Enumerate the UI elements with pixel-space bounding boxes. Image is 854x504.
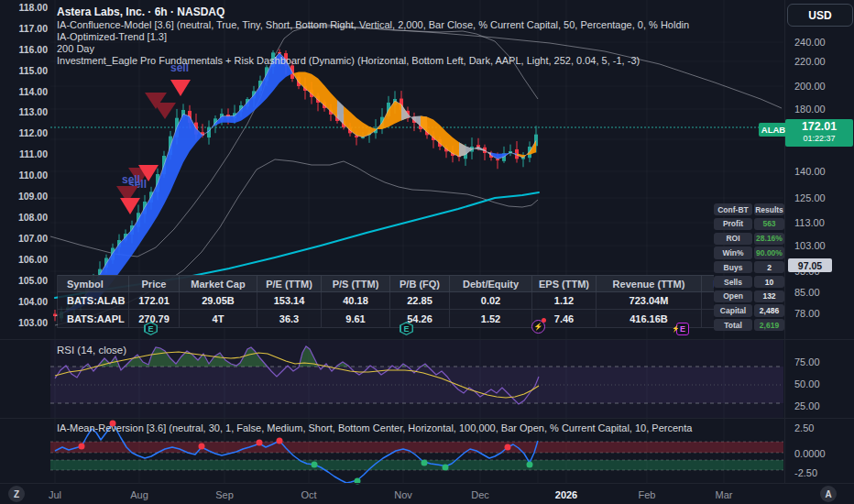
stats-label: Total (714, 319, 752, 331)
stats-row: Profit563 (714, 218, 784, 230)
tradingview-chart-window: sellsellsell Astera Labs, Inc. · 6h · NA… (0, 0, 854, 504)
time-axis[interactable]: JulAugSepOctNovDec2026FebMar (0, 483, 854, 504)
earnings-alt-icon[interactable]: E⚡ (676, 323, 689, 335)
table-cell: 40.18 (322, 292, 390, 310)
bar-countdown: 01:22:37 (785, 134, 853, 143)
flash-event-icon[interactable]: ⚡ (531, 320, 545, 334)
left-axis-tick: 114.00 (4, 86, 48, 97)
table-cell: 172.01 (129, 292, 180, 310)
table-cell: Revenue (TTM) (597, 275, 702, 292)
right-axis-tick: 2.50 (794, 422, 814, 433)
stats-value: 28.16% (754, 233, 784, 245)
right-axis-tick: 25.00 (794, 400, 820, 411)
table-cell: 153.14 (257, 292, 322, 310)
time-axis-tick: 2026 (555, 489, 577, 500)
mean-reversion-indicator-label[interactable]: IA-Mean-Reversion [3.6] (neutral, 30, 1,… (57, 422, 781, 433)
table-cell: Symbol (58, 275, 129, 292)
indicator-legend-line-0[interactable]: IA-Confluence-Model [3.6] (neutral, True… (57, 19, 785, 31)
stats-row: Sells10 (714, 276, 784, 288)
stats-value: 10 (754, 276, 784, 288)
right-price-axis[interactable]: 240.00220.00200.00180.00160.00140.00125.… (784, 0, 854, 483)
rsi-pane[interactable] (50, 340, 783, 418)
left-axis-tick: 104.00 (4, 296, 48, 307)
stats-value: 90.00% (754, 247, 784, 258)
table-cell (702, 310, 714, 328)
table-cell: BATS:ALAB (58, 292, 129, 310)
indicator-legend-line-3[interactable]: Investment_Eagle Pro Fundamentals + Risk… (57, 55, 785, 67)
table-cell: P/E (TTM) (257, 275, 322, 292)
stats-row: Total2,619 (714, 319, 784, 331)
stats-label: Buys (714, 261, 752, 273)
stats-label: Open (714, 290, 752, 302)
stats-value: 563 (754, 218, 784, 230)
table-cell: Ne (702, 275, 714, 292)
left-axis-tick: 108.00 (4, 212, 48, 223)
symbol-title[interactable]: Astera Labs, Inc. · 6h · NASDAQ (57, 5, 785, 19)
table-cell: EPS (TTM) (532, 275, 597, 292)
indicator-legend-lines: IA-Confluence-Model [3.6] (neutral, True… (57, 19, 785, 67)
time-axis-tick: Dec (471, 489, 489, 500)
right-axis-tick: 0.0000 (794, 448, 826, 459)
timezone-button[interactable]: Z (8, 486, 25, 502)
currency-toggle-button[interactable]: USD (787, 4, 853, 27)
right-axis-tick: 50.00 (794, 378, 820, 389)
stats-value: 2,619 (754, 319, 784, 331)
stats-row: Conf-BTResults (714, 203, 784, 215)
rsi-indicator-label[interactable]: RSI (14, close) (57, 345, 126, 356)
table-cell: 723.04M (597, 292, 702, 310)
stats-row: Buys2 (714, 261, 784, 273)
table-cell: 36.3 (257, 310, 322, 328)
right-axis-tick: -2.50 (794, 467, 817, 478)
time-axis-tick: Jul (49, 489, 61, 500)
left-axis-tick: 118.00 (4, 2, 48, 13)
table-cell: 29.05B (180, 292, 257, 310)
backtest-stats-panel: Conf-BTResultsProfit563ROI28.16%Win%90.0… (714, 203, 784, 334)
time-axis-tick: Sep (215, 489, 234, 500)
right-axis-tick: 103.00 (794, 240, 826, 251)
stats-value: Results (754, 203, 784, 215)
left-axis-tick: 111.00 (4, 148, 48, 159)
left-axis-tick: 116.00 (4, 44, 48, 55)
right-axis-tick: 75.00 (794, 356, 820, 367)
left-axis-tick: 113.00 (4, 106, 48, 117)
left-axis-tick: 115.00 (4, 65, 48, 76)
stats-value: 132 (754, 290, 784, 302)
left-axis-tick: 110.00 (4, 170, 48, 181)
symbol-price-chip: ALAB (759, 123, 788, 137)
right-axis-tick: 180.00 (794, 104, 826, 115)
stats-row: Win%90.00% (714, 247, 784, 258)
last-price-value: 172.01 (785, 120, 853, 134)
table-cell: Price (129, 275, 180, 292)
auto-scale-button[interactable]: A (820, 486, 837, 502)
left-axis-tick: 109.00 (4, 191, 48, 202)
table-cell: 9.61 (322, 310, 390, 328)
stats-label: Conf-BT (714, 203, 752, 215)
earnings-icon[interactable]: E (144, 322, 158, 335)
right-axis-tick: 140.00 (794, 166, 826, 177)
left-price-axis[interactable]: 118.00117.00116.00115.00114.00113.00112.… (0, 0, 50, 483)
fundamentals-table: SymbolPriceMarket CapP/E (TTM)P/S (TTM)P… (57, 275, 714, 328)
table-cell: 1.12 (532, 292, 597, 310)
right-axis-tick: 113.00 (794, 217, 825, 228)
left-axis-tick: 117.00 (4, 23, 48, 34)
time-axis-tick: Aug (130, 489, 148, 500)
left-axis-tick: 112.00 (4, 127, 48, 138)
right-axis-tick: 200.00 (794, 81, 826, 92)
right-axis-tick: 85.00 (794, 287, 820, 298)
left-axis-tick: 107.00 (4, 233, 48, 244)
stats-row: Open132 (714, 290, 784, 302)
stats-row: Capital2,486 (714, 304, 784, 316)
table-row: BATS:ALAB172.0129.05B153.1440.1822.850.0… (58, 292, 714, 310)
table-header-row: SymbolPriceMarket CapP/E (TTM)P/S (TTM)P… (58, 275, 714, 292)
table-cell: 1.52 (450, 310, 532, 328)
stats-label: Sells (714, 276, 752, 288)
left-axis-tick: 105.00 (4, 275, 48, 286)
stats-value: 2,486 (754, 304, 784, 316)
left-axis-tick: 103.00 (4, 317, 48, 328)
stats-label: Profit (714, 218, 752, 230)
time-axis-tick: Feb (639, 489, 656, 500)
table-cell: Market Cap (180, 275, 257, 292)
earnings-icon[interactable]: E (400, 322, 413, 335)
indicator-legend-line-2[interactable]: 200 Day (57, 43, 785, 55)
indicator-legend-line-1[interactable]: IA-Optimized-Trend [1.3] (57, 31, 785, 43)
